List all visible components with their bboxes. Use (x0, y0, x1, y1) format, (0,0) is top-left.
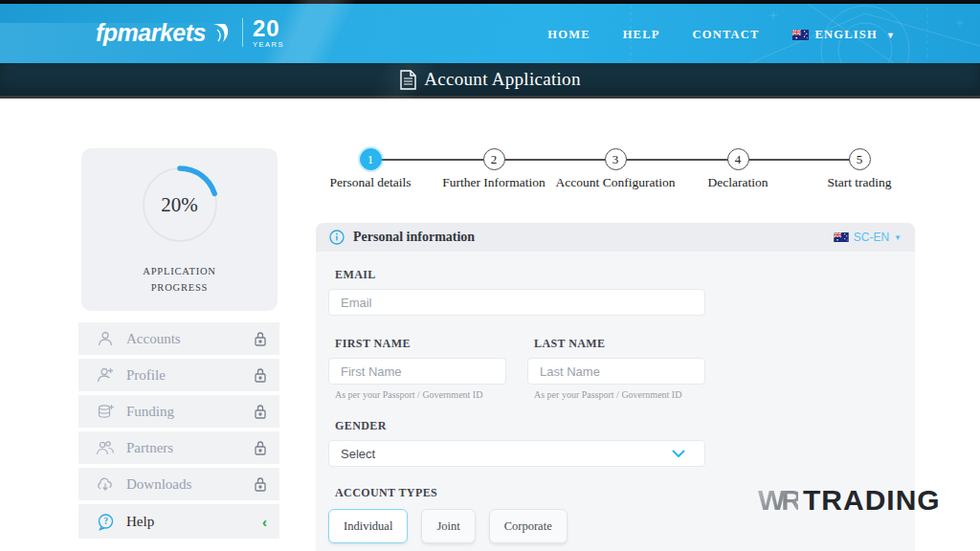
last-name-input[interactable] (527, 358, 705, 385)
step-label: Start trading (797, 175, 922, 190)
lock-icon (254, 476, 267, 492)
sidebar-item-label: Help (126, 514, 154, 530)
user-icon (95, 330, 116, 347)
lock-icon (254, 331, 267, 346)
gender-select[interactable]: Select (328, 440, 705, 467)
sidebar-item-accounts[interactable]: Accounts (78, 322, 279, 355)
language-selector[interactable]: ENGLISH ▼ (792, 28, 896, 42)
progress-percent: 20% (137, 162, 223, 248)
last-name-label: LAST NAME (534, 337, 705, 351)
australia-flag-icon (792, 30, 809, 40)
sidebar-item-partners[interactable]: Partners (78, 431, 279, 464)
chevron-down-icon (672, 450, 685, 458)
user-plus-icon (95, 366, 116, 384)
account-type-individual-button[interactable]: Individual (328, 509, 408, 543)
step-declaration[interactable]: 4 Declaration (676, 146, 800, 190)
first-name-hint: As per your Passport / Government ID (335, 389, 506, 400)
gender-label: GENDER (335, 419, 915, 433)
step-label: Further Information (432, 175, 556, 190)
account-type-corporate-button[interactable]: Corporate (489, 509, 568, 543)
top-banner: fpmarkets 20 YEARS HOME HELP CONTACT (0, 4, 980, 63)
form-language-code: SC-EN (854, 231, 889, 244)
help-bubble-icon: ? (95, 513, 116, 531)
form-title: Personal information (353, 230, 475, 245)
email-input[interactable] (328, 289, 705, 316)
nav-home-link[interactable]: HOME (547, 28, 590, 42)
top-navigation: HOME HELP CONTACT ENGLISH ▼ (547, 28, 896, 42)
wr-trading-watermark: WR TRADING (758, 484, 941, 517)
step-label: Declaration (676, 175, 800, 190)
lock-icon (254, 440, 267, 455)
progress-label: APPLICATION PROGRESS (81, 263, 278, 297)
nav-help-link[interactable]: HELP (623, 28, 660, 42)
logo-swoosh-icon (210, 22, 231, 45)
step-number: 4 (727, 148, 749, 170)
account-type-joint-button[interactable]: Joint (421, 509, 475, 543)
last-name-field-group: LAST NAME As per your Passport / Governm… (527, 337, 705, 400)
chevron-left-icon: ‹ (262, 514, 267, 530)
step-number: 1 (360, 148, 382, 170)
sidebar-item-downloads[interactable]: Downloads (78, 468, 279, 500)
watermark-wr: WR (758, 484, 798, 517)
step-number: 2 (483, 148, 505, 170)
step-further-information[interactable]: 2 Further Information (432, 146, 556, 190)
australia-flag-icon (834, 232, 849, 242)
logo-20-years: 20 YEARS (253, 17, 284, 49)
users-icon (95, 439, 116, 456)
language-label: ENGLISH (815, 28, 878, 42)
progress-ring: 20% (137, 162, 223, 248)
email-field-group: EMAIL (328, 268, 915, 316)
sidebar-item-help[interactable]: ? Help ‹ (78, 504, 279, 539)
lock-icon (254, 404, 267, 419)
step-start-trading[interactable]: 5 Start trading (797, 146, 922, 190)
coins-icon (95, 403, 116, 420)
chevron-down-icon: ▼ (886, 31, 896, 40)
first-name-field-group: FIRST NAME As per your Passport / Govern… (328, 337, 506, 400)
page-title-bar: Account Application (0, 63, 980, 99)
svg-text:?: ? (103, 517, 108, 526)
sidebar-item-label: Funding (126, 404, 174, 420)
step-label: Account Configuration (553, 175, 678, 190)
sidebar-item-label: Partners (126, 440, 173, 456)
lock-icon (254, 367, 267, 383)
step-number: 5 (849, 148, 871, 170)
brand-name: fpmarkets (96, 19, 206, 47)
first-name-input[interactable] (328, 358, 506, 385)
cloud-download-icon (95, 475, 116, 493)
info-icon (329, 230, 345, 245)
sidebar-item-label: Accounts (126, 331, 181, 347)
step-label: Personal details (308, 175, 433, 190)
form-header: Personal information SC-EN ▼ (316, 223, 915, 252)
gender-select-value: Select (341, 447, 375, 461)
sidebar-item-funding[interactable]: Funding (78, 395, 279, 428)
chevron-down-icon: ▼ (894, 233, 902, 242)
watermark-trading: TRADING (803, 484, 941, 517)
gender-field-group: GENDER Select (328, 419, 915, 467)
sidebar-item-profile[interactable]: Profile (78, 359, 279, 391)
application-progress-card: 20% APPLICATION PROGRESS (81, 148, 278, 311)
form-language-selector[interactable]: SC-EN ▼ (834, 231, 902, 244)
email-label: EMAIL (335, 268, 915, 282)
sidebar-item-label: Profile (126, 367, 166, 384)
fpmarkets-logo[interactable]: fpmarkets 20 YEARS (96, 17, 284, 49)
nav-contact-link[interactable]: CONTACT (693, 28, 760, 42)
sidebar-menu: Accounts Profile (78, 322, 279, 542)
logo-divider (242, 18, 243, 47)
step-personal-details[interactable]: 1 Personal details (308, 146, 433, 190)
sidebar-item-label: Downloads (126, 476, 191, 493)
page: fpmarkets 20 YEARS HOME HELP CONTACT (0, 0, 980, 551)
titlebar-decoration (239, 63, 565, 101)
first-name-label: FIRST NAME (335, 337, 506, 351)
step-account-configuration[interactable]: 3 Account Configuration (553, 146, 678, 190)
application-stepper: 1 Personal details 2 Further Information… (316, 146, 915, 192)
step-number: 3 (605, 148, 627, 170)
last-name-hint: As per your Passport / Government ID (534, 389, 705, 400)
name-fields-row: FIRST NAME As per your Passport / Govern… (328, 337, 915, 400)
